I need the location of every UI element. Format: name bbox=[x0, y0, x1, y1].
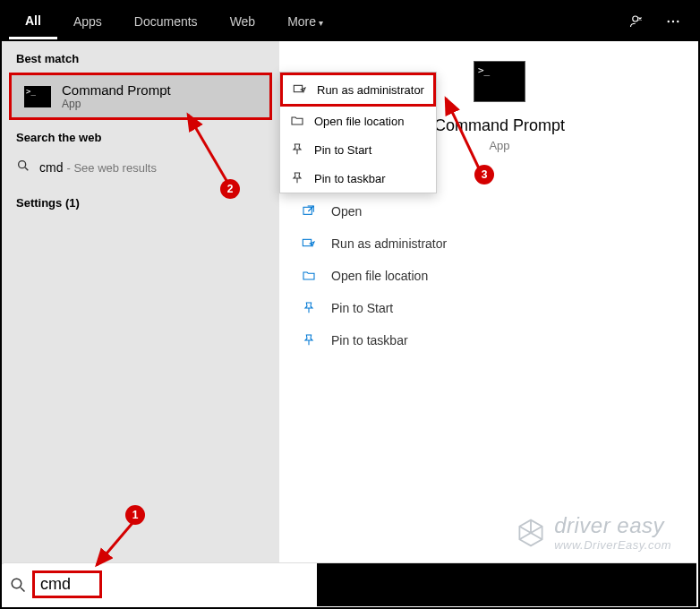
action-pin-start-label: Pin to Start bbox=[331, 301, 393, 315]
actions-list: Open Run as administrator Open file loca… bbox=[301, 195, 698, 356]
best-match-text: Command Prompt App bbox=[62, 82, 171, 110]
annotation-arrow-3 bbox=[439, 88, 492, 177]
context-pin-taskbar[interactable]: Pin to taskbar bbox=[280, 164, 436, 193]
watermark-url: www.DriverEasy.com bbox=[554, 538, 671, 552]
web-query-text: cmd bbox=[39, 160, 63, 175]
watermark-brand: driver easy bbox=[554, 513, 664, 537]
svg-line-17 bbox=[21, 588, 25, 592]
svg-rect-7 bbox=[303, 239, 311, 245]
svg-rect-6 bbox=[303, 207, 312, 214]
svg-line-15 bbox=[97, 523, 132, 565]
context-menu: Run as administrator Open file location … bbox=[279, 72, 437, 193]
svg-point-1 bbox=[668, 21, 670, 22]
svg-line-5 bbox=[25, 167, 28, 170]
svg-line-13 bbox=[188, 115, 228, 184]
action-open-location[interactable]: Open file location bbox=[301, 260, 698, 292]
action-open-location-label: Open file location bbox=[331, 269, 428, 283]
svg-rect-10 bbox=[294, 85, 302, 91]
context-pin-taskbar-label: Pin to taskbar bbox=[314, 172, 386, 185]
annotation-arrow-1 bbox=[88, 516, 150, 579]
web-query-hint: - See web results bbox=[66, 161, 156, 175]
watermark-cube-icon bbox=[515, 517, 547, 549]
tab-apps[interactable]: Apps bbox=[57, 5, 118, 38]
action-pin-taskbar-label: Pin to taskbar bbox=[331, 333, 408, 347]
action-pin-start[interactable]: Pin to Start bbox=[301, 292, 698, 324]
best-match-subtitle: App bbox=[62, 98, 171, 110]
svg-point-16 bbox=[12, 579, 21, 588]
search-tabs: All Apps Documents Web More bbox=[2, 2, 698, 41]
svg-point-3 bbox=[677, 21, 679, 22]
tab-web[interactable]: Web bbox=[214, 5, 272, 38]
taskbar-search-icon[interactable] bbox=[4, 577, 32, 593]
context-open-location[interactable]: Open file location bbox=[280, 107, 436, 135]
more-options-icon[interactable] bbox=[655, 13, 691, 30]
action-open-label: Open bbox=[331, 204, 362, 219]
svg-line-14 bbox=[446, 99, 479, 168]
command-prompt-icon bbox=[24, 86, 51, 107]
best-match-label: Best match bbox=[2, 41, 279, 73]
feedback-icon[interactable] bbox=[619, 13, 655, 30]
svg-point-4 bbox=[19, 161, 26, 168]
action-open[interactable]: Open bbox=[301, 195, 698, 227]
annotation-1-badge: 1 bbox=[125, 505, 145, 525]
svg-point-0 bbox=[633, 16, 638, 21]
context-pin-start-label: Pin to Start bbox=[314, 143, 371, 157]
context-run-admin[interactable]: Run as administrator bbox=[280, 73, 436, 107]
best-match-title: Command Prompt bbox=[62, 82, 171, 98]
tab-more[interactable]: More bbox=[271, 5, 339, 38]
context-open-location-label: Open file location bbox=[314, 115, 404, 128]
tab-all[interactable]: All bbox=[9, 4, 57, 39]
action-run-admin-label: Run as administrator bbox=[331, 236, 447, 251]
annotation-3-badge: 3 bbox=[474, 165, 494, 184]
action-pin-taskbar[interactable]: Pin to taskbar bbox=[301, 324, 698, 356]
context-run-admin-label: Run as administrator bbox=[317, 83, 424, 97]
search-icon bbox=[16, 159, 30, 176]
context-pin-start[interactable]: Pin to Start bbox=[280, 135, 436, 164]
annotation-2-badge: 2 bbox=[220, 179, 240, 199]
svg-point-2 bbox=[672, 21, 674, 22]
tab-documents[interactable]: Documents bbox=[118, 5, 214, 38]
action-run-admin[interactable]: Run as administrator bbox=[301, 227, 698, 260]
taskbar-black-area bbox=[317, 563, 696, 606]
watermark: driver easy www.DriverEasy.com bbox=[515, 513, 671, 552]
taskbar-search-input[interactable] bbox=[40, 575, 94, 594]
